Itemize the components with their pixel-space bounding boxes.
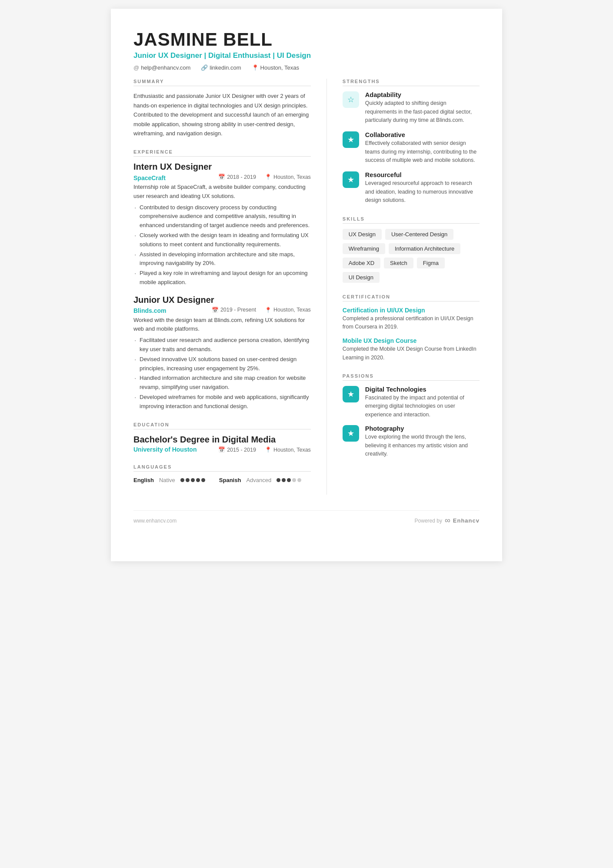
education-section: EDUCATION Bachelor's Degree in Digital M… bbox=[133, 422, 311, 453]
job-meta-2: 📅 2019 - Present 📍 Houston, Texas bbox=[212, 307, 311, 313]
strengths-title: STRENGTHS bbox=[343, 79, 480, 86]
strength-adaptability: ☆ Adaptability Quickly adapted to shifti… bbox=[343, 91, 480, 124]
lang-spanish: Spanish Advanced bbox=[219, 477, 301, 483]
pin-icon-1: 📍 bbox=[265, 174, 272, 180]
job-entry-1: Intern UX Designer SpaceCraft 📅 2018 - 2… bbox=[133, 162, 311, 287]
email-icon: @ bbox=[133, 64, 139, 71]
job-location-2: 📍 Houston, Texas bbox=[265, 307, 311, 313]
passion-text-digital: Fascinated by the impact and potential o… bbox=[365, 394, 480, 419]
passion-text-photography: Love exploring the world through the len… bbox=[365, 433, 480, 458]
edu-date: 📅 2015 - 2019 bbox=[218, 446, 256, 453]
skill-tag-6: Figma bbox=[417, 258, 445, 268]
footer-website: www.enhancv.com bbox=[133, 518, 177, 524]
dot bbox=[186, 478, 190, 482]
dot bbox=[277, 478, 280, 482]
dot bbox=[191, 478, 195, 482]
strength-title-collaborative: Collaborative bbox=[365, 131, 480, 138]
experience-title: EXPERIENCE bbox=[133, 149, 311, 157]
job-bullets-2: Facilitated user research and audience p… bbox=[133, 336, 311, 411]
job-desc-1: Internship role at SpaceCraft, a website… bbox=[133, 183, 311, 200]
experience-section: EXPERIENCE Intern UX Designer SpaceCraft… bbox=[133, 149, 311, 411]
cert-text-1: Completed the Mobile UX Design Course fr… bbox=[343, 345, 480, 362]
powered-by-label: Powered by bbox=[415, 518, 442, 524]
job-date-2: 📅 2019 - Present bbox=[212, 307, 256, 313]
skills-grid: UX Design User-Centered Design Wireframi… bbox=[343, 229, 480, 283]
contact-location: 📍 Houston, Texas bbox=[252, 64, 299, 71]
skill-tag-4: Adobe XD bbox=[343, 258, 380, 268]
enhancv-icon: ∞ bbox=[445, 516, 450, 525]
summary-title: SUMMARY bbox=[133, 79, 311, 86]
job-date-1: 📅 2018 - 2019 bbox=[218, 174, 256, 180]
strength-text-collaborative: Effectively collaborated with senior des… bbox=[365, 139, 480, 164]
left-column: SUMMARY Enthusiastic and passionate Juni… bbox=[133, 79, 327, 495]
certification-title: CERTIFICATION bbox=[343, 294, 480, 302]
strengths-section: STRENGTHS ☆ Adaptability Quickly adapted… bbox=[343, 79, 480, 204]
bullet-2-1: Facilitated user research and audience p… bbox=[133, 336, 311, 354]
education-title: EDUCATION bbox=[133, 422, 311, 429]
strength-content-collaborative: Collaborative Effectively collaborated w… bbox=[365, 131, 480, 164]
candidate-name: JASMINE BELL bbox=[133, 30, 480, 50]
cert-item-0: Certification in UI/UX Design Completed … bbox=[343, 307, 480, 332]
footer-brand: Powered by ∞ Enhancv bbox=[415, 516, 480, 525]
cert-title-1: Mobile UX Design Course bbox=[343, 337, 480, 344]
location-icon: 📍 bbox=[252, 64, 259, 71]
strength-content-resourceful: Resourceful Leveraged resourceful approa… bbox=[365, 171, 480, 204]
bullet-1-3: Assisted in developing information archi… bbox=[133, 250, 311, 268]
skill-tag-3: Information Architecture bbox=[389, 243, 460, 254]
dot bbox=[292, 478, 296, 482]
edu-degree: Bachelor's Degree in Digital Media bbox=[133, 435, 311, 445]
pin-icon-2: 📍 bbox=[265, 307, 272, 313]
lang-level-es: Advanced bbox=[246, 477, 271, 483]
languages-title: LANGUAGES bbox=[133, 464, 311, 472]
strength-content-adaptability: Adaptability Quickly adapted to shifting… bbox=[365, 91, 480, 124]
bullet-2-4: Developed wireframes for mobile and web … bbox=[133, 393, 311, 411]
skill-tag-5: Sketch bbox=[384, 258, 413, 268]
lang-level-en: Native bbox=[159, 477, 175, 483]
calendar-icon-1: 📅 bbox=[218, 174, 225, 180]
cert-title-0: Certification in UI/UX Design bbox=[343, 307, 480, 314]
bullet-2-3: Handled information architecture and sit… bbox=[133, 374, 311, 392]
job-entry-2: Junior UX Designer Blinds.com 📅 2019 - P… bbox=[133, 295, 311, 411]
edu-location-icon: 📍 bbox=[265, 446, 272, 453]
bullet-2-2: Devised innovative UX solutions based on… bbox=[133, 355, 311, 373]
edu-meta: 📅 2015 - 2019 📍 Houston, Texas bbox=[218, 446, 311, 453]
dot bbox=[196, 478, 200, 482]
cert-text-0: Completed a professional certification i… bbox=[343, 315, 480, 332]
edu-meta-row: University of Houston 📅 2015 - 2019 📍 Ho… bbox=[133, 446, 311, 453]
contact-linkedin: 🔗 linkedin.com bbox=[201, 64, 241, 71]
passion-title-digital: Digital Technologies bbox=[365, 386, 480, 393]
certification-section: CERTIFICATION Certification in UI/UX Des… bbox=[343, 294, 480, 362]
dot bbox=[297, 478, 301, 482]
passion-icon-photography: ★ bbox=[343, 425, 359, 442]
job-company-1: SpaceCraft bbox=[133, 174, 166, 181]
dot bbox=[282, 478, 286, 482]
bullet-1-2: Closely worked with the design team in i… bbox=[133, 231, 311, 249]
strength-icon-collaborative: ★ bbox=[343, 131, 359, 148]
right-column: STRENGTHS ☆ Adaptability Quickly adapted… bbox=[327, 79, 480, 495]
job-title-2: Junior UX Designer bbox=[133, 295, 311, 305]
skill-tag-2: Wireframing bbox=[343, 243, 385, 254]
job-location-1: 📍 Houston, Texas bbox=[265, 174, 311, 180]
skill-tag-0: UX Design bbox=[343, 229, 382, 240]
lang-name-en: English bbox=[133, 477, 154, 483]
strength-icon-adaptability: ☆ bbox=[343, 91, 359, 108]
footer-row: www.enhancv.com Powered by ∞ Enhancv bbox=[133, 510, 480, 525]
lang-row: English Native Spanish Advanced bbox=[133, 477, 311, 483]
dot bbox=[180, 478, 184, 482]
languages-section: LANGUAGES English Native bbox=[133, 464, 311, 483]
passion-content-digital: Digital Technologies Fascinated by the i… bbox=[365, 386, 480, 419]
summary-text: Enthusiastic and passionate Junior UX De… bbox=[133, 91, 311, 138]
link-icon: 🔗 bbox=[201, 64, 208, 71]
lang-english: English Native bbox=[133, 477, 205, 483]
job-meta-1: 📅 2018 - 2019 📍 Houston, Texas bbox=[218, 174, 311, 180]
lang-dots-es bbox=[277, 478, 301, 482]
dot bbox=[287, 478, 291, 482]
skill-tag-1: User-Centered Design bbox=[385, 229, 453, 240]
passions-title: PASSIONS bbox=[343, 373, 480, 381]
summary-section: SUMMARY Enthusiastic and passionate Juni… bbox=[133, 79, 311, 138]
skills-title: SKILLS bbox=[343, 216, 480, 224]
skill-tag-7: UI Design bbox=[343, 272, 380, 283]
bullet-1-4: Played a key role in wireframing and lay… bbox=[133, 269, 311, 287]
bullet-1-1: Contributed to design discovery process … bbox=[133, 203, 311, 230]
strength-collaborative: ★ Collaborative Effectively collaborated… bbox=[343, 131, 480, 164]
